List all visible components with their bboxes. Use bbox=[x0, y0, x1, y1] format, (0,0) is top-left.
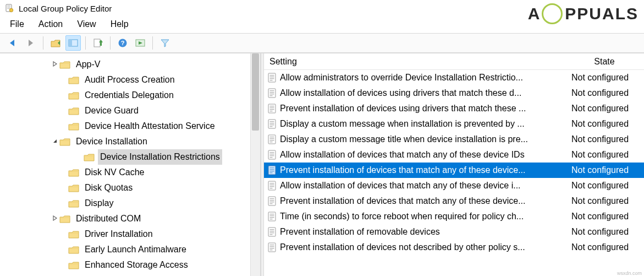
svg-rect-9 bbox=[69, 40, 72, 46]
tree-item-label: App-V bbox=[74, 57, 102, 72]
tree-item[interactable]: Disk Quotas bbox=[0, 180, 260, 196]
folder-icon bbox=[59, 137, 70, 147]
tree-item[interactable]: Display bbox=[0, 196, 260, 211]
list-row[interactable]: Prevent installation of devices that mat… bbox=[264, 163, 644, 178]
menu-file[interactable]: File bbox=[10, 19, 24, 29]
list-row[interactable]: Prevent installation of devices not desc… bbox=[264, 240, 644, 255]
setting-label: Time (in seconds) to force reboot when r… bbox=[280, 212, 568, 221]
tree-item[interactable]: Device Health Attestation Service bbox=[0, 118, 260, 134]
list-row[interactable]: Prevent installation of removable device… bbox=[264, 224, 644, 240]
folder-icon bbox=[68, 199, 79, 208]
tree-item[interactable]: Enhanced Storage Access bbox=[0, 257, 260, 273]
tree-item[interactable]: Credentials Delegation bbox=[0, 88, 260, 103]
tree-item-label: Device Installation bbox=[74, 134, 150, 149]
tree-scrollbar-thumb[interactable] bbox=[252, 53, 259, 131]
svg-text:?: ? bbox=[121, 40, 125, 46]
svg-marker-6 bbox=[29, 40, 33, 46]
collapse-icon[interactable] bbox=[51, 134, 59, 149]
column-state[interactable]: State bbox=[568, 57, 644, 67]
tree-item[interactable]: App-V bbox=[0, 57, 260, 72]
menu-help[interactable]: Help bbox=[111, 19, 129, 29]
tree-item[interactable]: Device Installation Restrictions bbox=[0, 149, 260, 165]
setting-label: Allow installation of devices that match… bbox=[280, 150, 568, 160]
setting-state: Not configured bbox=[568, 212, 644, 221]
app-icon bbox=[4, 3, 14, 13]
policy-icon bbox=[267, 88, 277, 98]
policy-icon bbox=[267, 196, 277, 206]
settings-list[interactable]: Allow administrators to override Device … bbox=[264, 70, 644, 255]
main-area: App-VAudit Process CreationCredentials D… bbox=[0, 53, 644, 276]
list-row[interactable]: Allow installation of devices using driv… bbox=[264, 85, 644, 101]
svg-point-4 bbox=[9, 8, 13, 12]
toolbar-separator bbox=[152, 36, 153, 50]
toolbar-separator bbox=[110, 36, 111, 50]
tree-item[interactable]: Driver Installation bbox=[0, 226, 260, 242]
folder-icon bbox=[68, 122, 79, 131]
list-row[interactable]: Allow installation of devices that match… bbox=[264, 178, 644, 193]
tree-item[interactable]: Distributed COM bbox=[0, 211, 260, 226]
setting-state: Not configured bbox=[568, 73, 644, 83]
folder-icon bbox=[68, 75, 79, 85]
filter-button[interactable] bbox=[157, 35, 173, 51]
list-row[interactable]: Time (in seconds) to force reboot when r… bbox=[264, 209, 644, 224]
tree-item[interactable]: Audit Process Creation bbox=[0, 72, 260, 88]
list-row[interactable]: Prevent installation of devices using dr… bbox=[264, 101, 644, 116]
setting-state: Not configured bbox=[568, 242, 644, 252]
policy-icon bbox=[267, 73, 277, 83]
list-row[interactable]: Display a custom message title when devi… bbox=[264, 132, 644, 147]
setting-state: Not configured bbox=[568, 196, 644, 206]
tree-scrollbar[interactable] bbox=[250, 53, 260, 276]
tree-item-label: Early Launch Antimalware bbox=[82, 242, 189, 257]
svg-rect-12 bbox=[100, 42, 102, 46]
tree-item-label: Device Installation Restrictions bbox=[98, 149, 222, 165]
setting-state: Not configured bbox=[568, 88, 644, 98]
export-button[interactable] bbox=[90, 35, 106, 51]
setting-state: Not configured bbox=[568, 134, 644, 144]
tree-item-label: Enhanced Storage Access bbox=[82, 257, 190, 273]
tree-item-label: Device Health Attestation Service bbox=[82, 118, 217, 134]
folder-icon bbox=[68, 91, 79, 100]
folder-icon bbox=[68, 183, 79, 193]
folder-icon bbox=[68, 245, 79, 255]
folder-icon bbox=[68, 106, 79, 116]
list-row[interactable]: Allow installation of devices that match… bbox=[264, 147, 644, 163]
setting-label: Prevent installation of devices using dr… bbox=[280, 104, 568, 113]
tree-item-label: Distributed COM bbox=[74, 211, 143, 226]
tree-item[interactable]: Disk NV Cache bbox=[0, 165, 260, 180]
setting-label: Display a custom message when installati… bbox=[280, 119, 568, 129]
column-header: Setting State bbox=[264, 53, 644, 70]
title-bar: Local Group Policy Editor bbox=[0, 0, 644, 17]
policy-icon bbox=[267, 104, 277, 113]
menu-view[interactable]: View bbox=[77, 19, 96, 29]
help-button[interactable]: ? bbox=[115, 35, 130, 51]
toolbar: ? bbox=[0, 33, 644, 53]
show-hide-tree-button[interactable] bbox=[65, 35, 81, 51]
menu-action[interactable]: Action bbox=[38, 19, 63, 29]
back-button[interactable] bbox=[5, 35, 21, 51]
policy-icon bbox=[267, 134, 277, 144]
setting-state: Not configured bbox=[568, 119, 644, 129]
tree-item-label: Display bbox=[82, 196, 115, 211]
svg-rect-10 bbox=[94, 39, 100, 47]
forward-button[interactable] bbox=[23, 35, 38, 51]
tree-item[interactable]: Device Guard bbox=[0, 103, 260, 118]
list-row[interactable]: Prevent installation of devices that mat… bbox=[264, 193, 644, 209]
folder-icon bbox=[59, 60, 70, 69]
list-row[interactable]: Allow administrators to override Device … bbox=[264, 70, 644, 85]
column-setting[interactable]: Setting bbox=[264, 57, 568, 67]
tree-item[interactable]: Early Launch Antimalware bbox=[0, 242, 260, 257]
policy-icon bbox=[267, 165, 277, 175]
tree-item[interactable]: Device Installation bbox=[0, 134, 260, 149]
tree[interactable]: App-VAudit Process CreationCredentials D… bbox=[0, 53, 260, 273]
expand-icon[interactable] bbox=[51, 57, 59, 72]
expand-icon[interactable] bbox=[51, 211, 59, 226]
tree-item-label: Device Guard bbox=[82, 103, 141, 118]
folder-icon bbox=[68, 230, 79, 239]
up-button[interactable] bbox=[48, 35, 63, 51]
policy-icon bbox=[267, 212, 277, 221]
folder-icon bbox=[84, 153, 95, 162]
folder-icon bbox=[68, 261, 79, 270]
list-row[interactable]: Display a custom message when installati… bbox=[264, 116, 644, 132]
show-hide-action-button[interactable] bbox=[133, 35, 148, 51]
toolbar-separator bbox=[43, 36, 43, 50]
